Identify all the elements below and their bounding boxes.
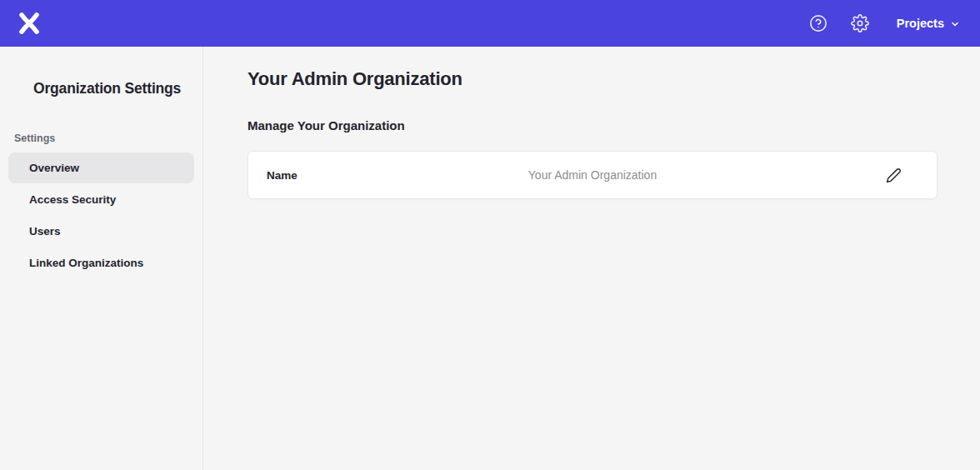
edit-name-button[interactable] <box>883 165 903 185</box>
projects-dropdown-label: Projects <box>897 17 944 30</box>
pencil-icon <box>886 168 902 183</box>
page-title: Your Admin Organization <box>248 68 938 90</box>
sidebar-item-label: Users <box>29 225 61 238</box>
section-title: Manage Your Organization <box>248 118 938 132</box>
sidebar-item-label: Overview <box>29 162 79 174</box>
top-nav-bar: Projects <box>0 0 980 47</box>
organization-name-value: Your Admin Organization <box>528 168 657 182</box>
sidebar-title: Organization Settings <box>0 80 202 98</box>
sidebar: Organization Settings Settings Overview … <box>0 47 203 470</box>
sidebar-item-linked-organizations[interactable]: Linked Organizations <box>8 248 194 278</box>
sidebar-item-users[interactable]: Users <box>8 216 194 247</box>
sidebar-item-access-security[interactable]: Access Security <box>8 184 194 215</box>
app-window: Projects Organization Settings Settings … <box>0 0 980 470</box>
sidebar-section-label: Settings <box>14 132 202 144</box>
sidebar-item-label: Linked Organizations <box>29 257 143 269</box>
gear-icon[interactable] <box>850 13 870 33</box>
main-content: Your Admin Organization Manage Your Orga… <box>203 47 980 470</box>
header-actions: Projects <box>808 13 960 33</box>
projects-dropdown[interactable]: Projects <box>897 17 960 30</box>
mux-logo-icon[interactable] <box>17 11 42 36</box>
chevron-down-icon <box>950 19 960 29</box>
organization-name-card: Name Your Admin Organization <box>248 151 938 199</box>
sidebar-nav: Overview Access Security Users Linked Or… <box>0 152 202 278</box>
sidebar-item-label: Access Security <box>29 193 116 206</box>
page-body: Organization Settings Settings Overview … <box>0 47 980 470</box>
help-icon[interactable] <box>808 13 828 33</box>
sidebar-item-overview[interactable]: Overview <box>8 152 194 183</box>
name-label: Name <box>267 169 298 182</box>
